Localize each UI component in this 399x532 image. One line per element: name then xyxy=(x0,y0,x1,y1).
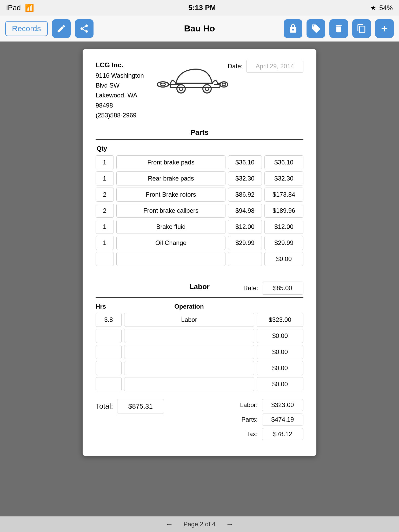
qty-cell[interactable]: 1 xyxy=(96,171,114,185)
lock-icon xyxy=(288,24,298,34)
operation-cell[interactable]: Labor xyxy=(124,313,254,327)
summary-section: Total: $875.31 Labor: $323.00 Parts: $47… xyxy=(96,399,303,440)
qty-cell[interactable]: 1 xyxy=(96,155,114,169)
total-cell: $36.10 xyxy=(264,155,303,169)
plus-icon xyxy=(380,24,389,34)
labor-total-cell: $323.00 xyxy=(257,313,303,327)
labor-total-cell: $0.00 xyxy=(257,361,303,375)
delete-button[interactable] xyxy=(329,19,348,38)
desc-cell[interactable]: Rear brake pads xyxy=(116,171,225,185)
table-row: 1 Rear brake pads $32.30 $32.30 xyxy=(96,171,303,185)
pencil-icon xyxy=(56,24,66,34)
tax-summary-row: Tax: $78.12 xyxy=(237,428,303,440)
labor-row: $0.00 xyxy=(96,377,303,391)
add-button[interactable] xyxy=(375,19,394,38)
desc-cell[interactable]: Front brake pads xyxy=(116,155,225,169)
price-cell[interactable]: $29.99 xyxy=(228,236,262,250)
battery-text: 54% xyxy=(379,4,393,12)
toolbar-left: Records xyxy=(5,19,94,38)
company-phone: (253)588-2969 xyxy=(96,110,155,120)
total-cell: $189.96 xyxy=(264,204,303,218)
labor-total-cell: $0.00 xyxy=(257,377,303,391)
desc-cell[interactable]: Front brake calipers xyxy=(116,204,225,218)
hrs-cell[interactable]: 3.8 xyxy=(96,313,122,327)
hrs-header: Hrs xyxy=(96,303,122,310)
total-cell: $12.00 xyxy=(264,220,303,234)
hrs-cell[interactable] xyxy=(96,377,122,391)
price-cell[interactable]: $36.10 xyxy=(228,155,262,169)
labor-col-headers: Hrs Operation xyxy=(96,303,303,310)
date-value[interactable]: April 29, 2014 xyxy=(246,60,303,73)
prev-arrow[interactable]: ← xyxy=(165,520,173,529)
labor-section: Labor Rate: $85.00 Hrs Operation 3.8 Lab… xyxy=(96,282,303,391)
parts-divider xyxy=(96,139,303,140)
svg-point-1 xyxy=(160,83,165,86)
toolbar-title: Bau Ho xyxy=(184,23,215,34)
wifi-icon: 📶 xyxy=(25,4,34,12)
labor-row: $0.00 xyxy=(96,329,303,343)
hrs-cell[interactable] xyxy=(96,329,122,343)
hrs-cell[interactable] xyxy=(96,345,122,359)
qty-cell[interactable]: 2 xyxy=(96,188,114,202)
date-label: Date: xyxy=(228,63,243,70)
trash-icon xyxy=(334,24,344,34)
qty-cell[interactable]: 1 xyxy=(96,236,114,250)
price-cell[interactable] xyxy=(228,252,262,266)
qty-cell[interactable] xyxy=(96,252,114,266)
operation-cell[interactable] xyxy=(124,361,254,375)
qty-cell[interactable]: 1 xyxy=(96,220,114,234)
operation-cell[interactable] xyxy=(124,345,254,359)
main-content: LCG Inc. 9116 Washington Blvd SW Lakewoo… xyxy=(0,42,399,516)
labor-summary-row: Labor: $323.00 xyxy=(237,399,303,411)
tag-button[interactable] xyxy=(307,19,325,38)
car-logo xyxy=(155,60,228,94)
tax-summary-label: Tax: xyxy=(237,430,258,438)
records-button[interactable]: Records xyxy=(5,21,48,36)
rate-row: Rate: $85.00 xyxy=(234,282,303,295)
tag-icon xyxy=(311,24,321,34)
copy-icon xyxy=(357,24,367,34)
company-name: LCG Inc. xyxy=(96,60,155,71)
labor-summary-label: Labor: xyxy=(237,401,258,409)
company-address2: Lakewood, WA 98498 xyxy=(96,90,155,110)
ipad-label: iPad xyxy=(6,4,21,12)
svg-point-8 xyxy=(220,82,228,87)
parts-summary-label: Parts: xyxy=(237,416,258,423)
desc-cell[interactable] xyxy=(116,252,225,266)
operation-cell[interactable] xyxy=(124,377,254,391)
status-left: iPad 📶 xyxy=(6,4,34,12)
desc-cell[interactable]: Brake fluid xyxy=(116,220,225,234)
parts-summary-row: Parts: $474.19 xyxy=(237,414,303,425)
company-info: LCG Inc. 9116 Washington Blvd SW Lakewoo… xyxy=(96,60,155,121)
qty-cell[interactable]: 2 xyxy=(96,204,114,218)
svg-point-9 xyxy=(222,83,226,86)
op-header: Operation xyxy=(124,303,254,310)
rate-value[interactable]: $85.00 xyxy=(262,282,303,295)
desc-cell[interactable]: Front Brake rotors xyxy=(116,188,225,202)
edit-button[interactable] xyxy=(52,19,71,38)
svg-point-0 xyxy=(157,82,169,87)
copy-button[interactable] xyxy=(352,19,371,38)
share-button[interactable] xyxy=(75,19,94,38)
table-row: 1 Front brake pads $36.10 $36.10 xyxy=(96,155,303,169)
desc-cell[interactable]: Oil Change xyxy=(116,236,225,250)
table-row: 2 Front Brake rotors $86.92 $173.84 xyxy=(96,188,303,202)
total-cell: $29.99 xyxy=(264,236,303,250)
summary-right: Labor: $323.00 Parts: $474.19 Tax: $78.1… xyxy=(237,399,303,440)
status-time: 5:13 PM xyxy=(188,4,216,12)
operation-cell[interactable] xyxy=(124,329,254,343)
price-cell[interactable]: $86.92 xyxy=(228,188,262,202)
price-cell[interactable]: $12.00 xyxy=(228,220,262,234)
total-left: Total: $875.31 xyxy=(96,399,164,414)
price-cell[interactable]: $94.98 xyxy=(228,204,262,218)
next-arrow[interactable]: → xyxy=(226,520,234,529)
total-value: $875.31 xyxy=(117,399,164,414)
price-cell[interactable]: $32.30 xyxy=(228,171,262,185)
lock-button[interactable] xyxy=(284,19,302,38)
parts-summary-value: $474.19 xyxy=(262,414,303,425)
bluetooth-icon: ★ xyxy=(370,4,376,12)
bottom-nav: ← Page 2 of 4 → xyxy=(0,516,399,532)
toolbar-right xyxy=(284,19,394,38)
hrs-cell[interactable] xyxy=(96,361,122,375)
labor-divider xyxy=(96,297,303,298)
